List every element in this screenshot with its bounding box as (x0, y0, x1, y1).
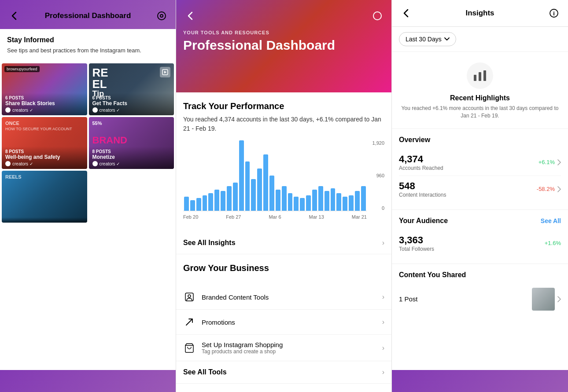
tool-branded-content[interactable]: Branded Content Tools › (176, 285, 391, 310)
svg-rect-11 (479, 72, 481, 81)
tool-promotions[interactable]: Promotions › (176, 310, 391, 335)
back-button-panel1[interactable] (7, 9, 21, 23)
circle-icon-panel2[interactable] (370, 9, 384, 23)
chart-bar (233, 183, 238, 211)
card-creator: creators ✓ (92, 107, 171, 113)
card-title: Well-being and Safety (5, 154, 84, 160)
chart-bar (355, 191, 360, 211)
chart-bar (214, 190, 219, 211)
card-overlay: 6 POSTS Get The Facts creators ✓ (89, 93, 174, 115)
tool-shopping[interactable]: Set Up Instagram Shopping Tag products a… (176, 335, 391, 361)
overview-title: Overview (399, 136, 561, 144)
creator-name: creators ✓ (100, 161, 120, 166)
recent-highlights-section: Recent Highlights You reached +6.1% more… (392, 52, 568, 129)
see-all-tools-row[interactable]: See All Tools › (176, 361, 391, 384)
list-item[interactable]: ONCE HOW TO SECURE YOUR ACCOUNT 8 POSTS … (2, 117, 87, 169)
promotions-text: Promotions (202, 319, 376, 326)
chart-x-mar13: Mar 13 (309, 214, 324, 228)
grow-business-section: Grow Your Business (176, 254, 391, 285)
card-title: Share Black Stories (5, 100, 84, 106)
panel1-title: Professional Dashboard (21, 11, 155, 20)
content-grid: brownupyourfeed 6 POSTS Share Black Stor… (0, 62, 176, 224)
creator-avatar (92, 107, 98, 113)
content-interactions-change: -58.2% (537, 186, 561, 192)
chart-bar (336, 193, 341, 211)
panel1-header: Professional Dashboard (0, 0, 176, 29)
panel1-content: Stay Informed See tips and best practice… (0, 29, 176, 370)
date-filter-button[interactable]: Last 30 Days (399, 32, 456, 46)
grow-title: Grow Your Business (183, 263, 384, 273)
chart-bar (343, 197, 347, 211)
see-all-tools-label: See All Tools (183, 368, 227, 376)
creator-avatar (92, 161, 98, 166)
list-item[interactable]: brownupyourfeed 6 POSTS Share Black Stor… (2, 63, 87, 115)
insights-content: Last 30 Days Recent Highlights You reach… (392, 27, 568, 370)
card-overlay: 8 POSTS Well-being and Safety creators ✓ (2, 147, 87, 169)
back-button-panel2[interactable] (183, 9, 197, 23)
chart-bar (203, 195, 207, 211)
insights-title: Insights (465, 9, 494, 18)
chart-x-feb20: Feb 20 (183, 214, 198, 228)
chevron-right-icon (557, 186, 561, 192)
highlights-chart-icon (467, 62, 493, 89)
card-posts: 8 POSTS (92, 149, 171, 154)
chart-bar (300, 198, 305, 211)
chart-bar (331, 188, 336, 211)
post-count-info: 1 Post (399, 295, 418, 303)
panel1-bottom-bar (0, 370, 176, 392)
chart-x-mar21: Mar 21 (352, 214, 367, 228)
content-interactions-info: 548 Content Interactions (399, 180, 446, 198)
content-interactions-label: Content Interactions (399, 192, 446, 198)
branded-content-text: Branded Content Tools (202, 293, 376, 301)
total-followers-row[interactable]: 3,363 Total Followers +1.6% (399, 230, 561, 256)
back-button-panel3[interactable] (399, 6, 413, 20)
card-overlay (2, 217, 87, 223)
chart-bar (325, 191, 329, 211)
highlights-description: You reached +6.1% more accounts in the l… (399, 105, 561, 120)
bar-chart-icon (473, 70, 487, 82)
svg-point-1 (160, 15, 163, 17)
see-all-insights-row[interactable]: See All Insights › (176, 232, 391, 254)
svg-text:i: i (553, 10, 555, 17)
card-overlay: 8 POSTS Monetize creators ✓ (89, 147, 174, 169)
creator-avatar (5, 161, 11, 166)
chart-bar (221, 191, 225, 211)
accounts-reached-row[interactable]: 4,374 Accounts Reached +6.1% (399, 149, 561, 176)
chart-bars (183, 140, 367, 211)
chart-bar (263, 154, 268, 211)
chart-bar (245, 161, 250, 211)
reel-icon (160, 67, 170, 77)
chart-bar (227, 186, 232, 211)
panel2-nav (183, 9, 384, 23)
accounts-reached-percent: +6.1% (538, 159, 555, 165)
panel3-header: Insights i (392, 0, 568, 27)
chart-bar (257, 169, 262, 211)
content-interactions-percent: -58.2% (537, 186, 555, 192)
card-posts: 8 POSTS (5, 149, 84, 154)
panel2-header: YOUR TOOLS AND RESOURCES Professional Da… (176, 0, 391, 92)
panel-professional-dashboard: Professional Dashboard Stay Informed See… (0, 0, 176, 392)
card-posts: 6 POSTS (5, 95, 84, 100)
dropdown-arrow-icon (444, 37, 450, 41)
branded-content-icon (183, 291, 195, 303)
total-followers-info: 3,363 Total Followers (399, 234, 434, 252)
chart-bar (318, 186, 323, 211)
stay-informed-heading: Stay Informed (7, 36, 169, 44)
panel3-bottom-bar (392, 370, 568, 392)
info-icon[interactable]: i (547, 6, 561, 20)
list-item[interactable]: RE EL Tip 6 POSTS Get The Facts (89, 63, 174, 115)
panel-center: YOUR TOOLS AND RESOURCES Professional Da… (176, 0, 392, 392)
content-interactions-row[interactable]: 548 Content Interactions -58.2% (399, 176, 561, 202)
card-creator: creators ✓ (5, 161, 84, 166)
track-performance-section: Track Your Performance You reached 4,374… (176, 92, 391, 228)
creator-avatar (5, 107, 11, 113)
chevron-right-icon: › (382, 293, 384, 301)
list-item[interactable]: 55% BRAND 8 POSTS Monetize creators ✓ (89, 117, 174, 169)
list-item[interactable]: REELS (2, 171, 87, 223)
post-row[interactable]: 1 Post (399, 284, 561, 314)
audience-see-all-link[interactable]: See All (541, 217, 561, 224)
settings-icon-panel1[interactable] (155, 9, 169, 23)
svg-rect-12 (483, 70, 486, 81)
date-filter-section: Last 30 Days (392, 27, 568, 52)
chevron-right-icon (557, 296, 561, 302)
